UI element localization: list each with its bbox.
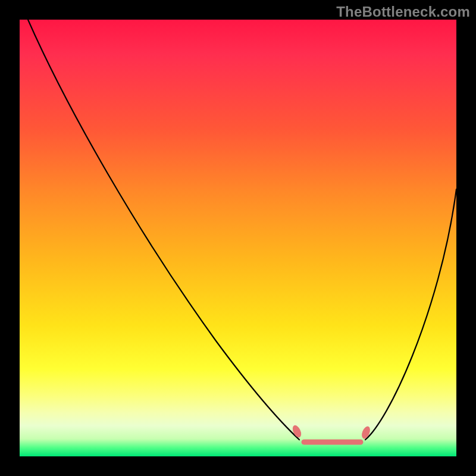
left-curve <box>28 20 299 440</box>
right-curve <box>365 189 456 440</box>
valley-right-cap-icon <box>360 425 371 440</box>
curve-layer <box>20 20 456 456</box>
watermark-text: TheBottleneck.com <box>336 4 470 20</box>
chart-frame: TheBottleneck.com <box>0 0 476 476</box>
valley-left-cap-icon <box>291 424 303 439</box>
plot-area <box>20 20 456 456</box>
